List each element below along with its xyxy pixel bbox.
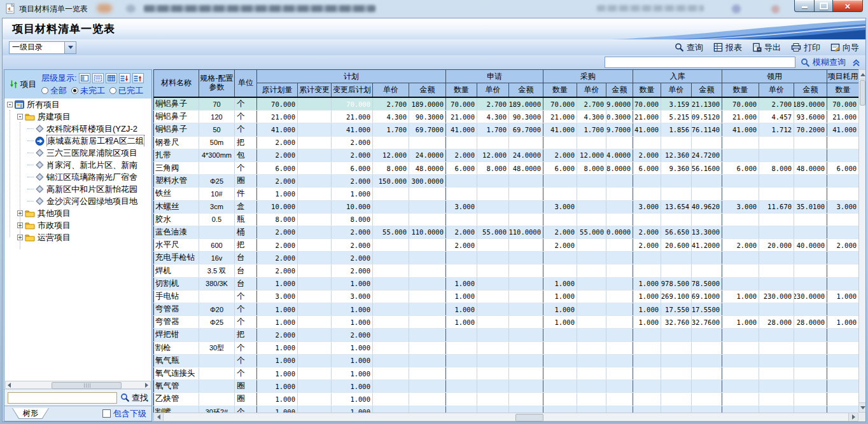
table-cell[interactable]	[446, 136, 477, 149]
table-cell[interactable]	[298, 188, 332, 200]
table-cell[interactable]	[298, 354, 332, 367]
table-cell[interactable]	[606, 200, 633, 213]
table-cell[interactable]	[199, 290, 235, 303]
table-cell[interactable]	[827, 341, 859, 354]
table-cell[interactable]	[794, 136, 827, 149]
table-cell[interactable]	[509, 341, 543, 354]
column-header[interactable]: 原计划量	[257, 83, 298, 98]
table-cell[interactable]: 1.000	[633, 316, 661, 329]
table-cell[interactable]: 氧气管	[154, 380, 199, 393]
table-cell[interactable]: 1.000	[446, 277, 477, 290]
table-cell[interactable]: 50m	[199, 136, 235, 149]
table-cell[interactable]	[477, 264, 509, 277]
query-button[interactable]: 查询	[675, 42, 703, 53]
table-cell[interactable]: 乙炔管	[154, 393, 199, 406]
table-cell[interactable]	[633, 175, 661, 188]
table-cell[interactable]: 充电手枪钻	[154, 252, 199, 264]
table-cell[interactable]: 150.000	[373, 175, 409, 188]
table-cell[interactable]: 1.000	[257, 188, 298, 200]
table-cell[interactable]: 41.000	[332, 123, 373, 136]
table-cell[interactable]	[543, 367, 577, 380]
table-cell[interactable]	[477, 303, 509, 316]
table-row[interactable]: 钢卷尺50m把2.0002.000	[154, 136, 859, 149]
table-cell[interactable]: 12.000	[577, 149, 606, 161]
column-header[interactable]: 数量	[722, 83, 759, 98]
table-cell[interactable]	[509, 316, 543, 329]
filter-radio-finished[interactable]: 已完工	[109, 85, 143, 97]
table-cell[interactable]	[409, 380, 446, 393]
table-cell[interactable]	[543, 136, 577, 149]
table-cell[interactable]	[409, 316, 446, 329]
scroll-down-button[interactable]	[859, 402, 866, 412]
table-cell[interactable]: 3.000	[722, 200, 759, 213]
table-cell[interactable]	[722, 393, 759, 406]
table-cell[interactable]: 台	[235, 252, 257, 264]
table-cell[interactable]	[577, 393, 606, 406]
table-cell[interactable]: 600	[199, 239, 235, 252]
table-cell[interactable]: 93.6000	[794, 111, 827, 123]
table-cell[interactable]	[722, 380, 759, 393]
table-cell[interactable]	[606, 264, 633, 277]
column-header[interactable]: 单价	[477, 83, 509, 98]
sidebar-hscrollbar[interactable]	[5, 381, 151, 389]
table-cell[interactable]	[794, 188, 827, 200]
table-cell[interactable]: 胶水	[154, 213, 199, 226]
table-row[interactable]: 扎带4*300mm包2.0002.00012.00024.00002.00012…	[154, 149, 859, 161]
table-cell[interactable]: 189.0000	[409, 97, 446, 111]
table-cell[interactable]: 69.7000	[606, 123, 633, 136]
close-button[interactable]: ×	[833, 0, 863, 12]
table-cell[interactable]	[199, 354, 235, 367]
table-cell[interactable]	[633, 367, 661, 380]
table-cell[interactable]	[509, 252, 543, 264]
table-cell[interactable]	[409, 393, 446, 406]
table-cell[interactable]	[543, 380, 577, 393]
table-cell[interactable]: 4.300	[577, 111, 606, 123]
table-cell[interactable]: 69.7000	[409, 123, 446, 136]
collapse-panel-button[interactable]	[852, 58, 860, 67]
table-cell[interactable]	[722, 252, 759, 264]
column-header[interactable]: 数量	[543, 83, 577, 98]
table-cell[interactable]: 3.000	[257, 290, 298, 303]
table-cell[interactable]: 24.7200	[692, 149, 722, 161]
table-cell[interactable]: 个	[235, 354, 257, 367]
table-cell[interactable]: 8.000	[577, 161, 606, 174]
table-cell[interactable]	[409, 341, 446, 354]
search-icon[interactable]	[120, 393, 130, 402]
table-cell[interactable]: 1.700	[477, 123, 509, 136]
table-row[interactable]: 充电手枪钻16v台2.0002.000	[154, 252, 859, 264]
table-cell[interactable]: 2.000	[332, 136, 373, 149]
table-cell[interactable]	[373, 213, 409, 226]
table-cell[interactable]	[409, 329, 446, 341]
table-cell[interactable]: 1.000	[722, 290, 759, 303]
table-cell[interactable]: 120	[199, 111, 235, 123]
scroll-left-button[interactable]	[154, 413, 164, 421]
table-cell[interactable]	[298, 264, 332, 277]
table-cell[interactable]	[692, 380, 722, 393]
table-cell[interactable]: Φ25	[199, 316, 235, 329]
table-cell[interactable]	[373, 136, 409, 149]
table-cell[interactable]	[298, 175, 332, 188]
table-cell[interactable]	[409, 200, 446, 213]
table-cell[interactable]: 个	[235, 97, 257, 111]
table-cell[interactable]	[606, 290, 633, 303]
table-cell[interactable]	[692, 367, 722, 380]
table-cell[interactable]	[692, 188, 722, 200]
table-cell[interactable]: 2.000	[332, 252, 373, 264]
table-row[interactable]: 焊把钳把2.0002.000	[154, 329, 859, 341]
table-cell[interactable]	[577, 303, 606, 316]
view-mode-1-button[interactable]	[79, 73, 90, 83]
table-cell[interactable]	[543, 341, 577, 354]
table-cell[interactable]	[606, 252, 633, 264]
table-cell[interactable]	[827, 380, 859, 393]
column-header[interactable]: 金额	[692, 83, 722, 98]
table-cell[interactable]: 69.7000	[509, 123, 543, 136]
table-cell[interactable]: 2.000	[257, 239, 298, 252]
column-header[interactable]: 单价	[661, 83, 692, 98]
table-cell[interactable]	[409, 213, 446, 226]
table-cell[interactable]	[759, 367, 794, 380]
table-cell[interactable]: 2.000	[257, 226, 298, 238]
table-cell[interactable]	[446, 264, 477, 277]
table-cell[interactable]	[509, 200, 543, 213]
table-row[interactable]: 塑料水管Φ25圈2.0002.000150.000300.0000	[154, 175, 859, 188]
table-cell[interactable]: 48.0000	[409, 161, 446, 174]
